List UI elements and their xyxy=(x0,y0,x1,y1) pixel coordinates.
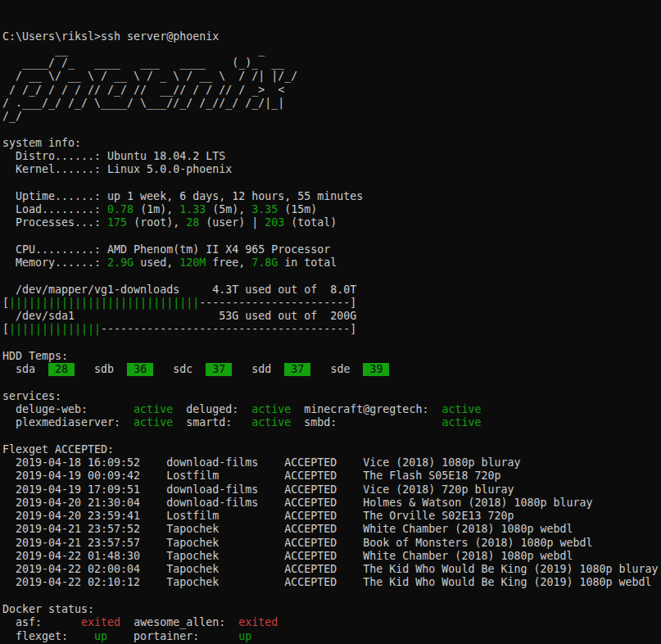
disk-bar-filled: ||||||||||||||||||||||||||||| xyxy=(9,297,199,310)
service-status: active xyxy=(134,403,173,416)
service-name: deluged: xyxy=(173,403,251,416)
ascii-banner-line-2: ____/ /_ ____ ___ ____ (_)_ __ xyxy=(2,57,661,70)
ascii-banner-line-1: __ _ xyxy=(2,43,661,57)
distro-line: Distro......: Ubuntu 18.04.2 LTS xyxy=(2,150,661,163)
system-info-heading: system info: xyxy=(2,137,661,150)
disk-usage-bar: [||||||||||||||-------------------------… xyxy=(2,323,661,336)
metric-value: 28 xyxy=(186,216,199,229)
ascii-banner-line-3: / __ \/ __ \ / __ \ / _ \ / __ \ / /| |/… xyxy=(2,70,661,83)
container-status: up xyxy=(238,630,251,643)
hdd-temps-heading: HDD Temps: xyxy=(2,350,661,363)
disk-mount-line: /dev/sda1 53G used out of 200G xyxy=(2,310,661,323)
hdd-drive-label: sdd xyxy=(251,363,284,376)
flexget-heading: Flexget ACCEPTED: xyxy=(2,443,661,456)
service-status: active xyxy=(251,416,291,429)
hdd-temp-badge: 28 xyxy=(48,363,75,376)
terminal-window[interactable]: C:\Users\riksl>ssh server@phoenix __ _ _… xyxy=(0,0,661,644)
metric-value: 2.9G xyxy=(107,256,134,270)
blank-line xyxy=(2,123,661,136)
container-status: exited xyxy=(238,616,278,629)
flexget-row: 2019-04-22 02:10:12 Tapochek ACCEPTED Th… xyxy=(2,576,661,589)
cpu-line: CPU.........: AMD Phenom(tm) II X4 965 P… xyxy=(2,243,661,256)
metric-value: 3.35 xyxy=(251,203,278,216)
container-name: awesome_allen: xyxy=(120,616,238,629)
hdd-temp-badge: 39 xyxy=(363,363,389,376)
service-status: active xyxy=(441,416,481,429)
container-status: exited xyxy=(81,616,120,629)
flexget-row: 2019-04-18 16:09:52 download-films ACCEP… xyxy=(2,456,661,469)
container-name: asf: xyxy=(2,616,81,629)
ascii-banner-line-6: /_/ xyxy=(2,110,661,123)
metric-value: 0.78 xyxy=(107,203,134,216)
service-name: plexmediaserver: xyxy=(2,416,134,429)
terminal-output: C:\Users\riksl>ssh server@phoenix __ _ _… xyxy=(2,30,661,644)
hdd-drive-label: sde xyxy=(330,363,363,376)
blank-line xyxy=(2,430,661,443)
disk-bar-filled: |||||||||||||| xyxy=(9,323,101,336)
hdd-temps-line: sda 28 sdb 36 sdc 37 sdd 37 sde 39 xyxy=(2,363,661,376)
flexget-row: 2019-04-19 17:09:51 download-films ACCEP… xyxy=(2,483,661,497)
blank-line xyxy=(2,270,661,283)
flexget-row: 2019-04-21 23:57:52 Tapochek ACCEPTED Wh… xyxy=(2,523,661,536)
command-line: C:\Users\riksl>ssh server@phoenix xyxy=(2,30,661,43)
metric-value: 203 xyxy=(265,216,284,229)
docker-heading: Docker status: xyxy=(2,603,661,616)
docker-row: asf: exited awesome_allen: exited xyxy=(2,616,661,629)
container-name: flexget: xyxy=(2,630,94,643)
kernel-line: Kernel......: Linux 5.0.0-phoenix xyxy=(2,163,661,176)
metric-value: 175 xyxy=(107,216,127,229)
docker-row: flexget: up portainer: up xyxy=(2,630,661,643)
ascii-banner-line-5: / .___/_/ /_/ \____/ \___//_/ /_//_/ /_/… xyxy=(2,97,661,110)
service-name: deluge-web: xyxy=(2,403,134,416)
hdd-drive-label: sdb xyxy=(94,363,127,376)
flexget-row: 2019-04-21 23:57:57 Tapochek ACCEPTED Bo… xyxy=(2,537,661,550)
hdd-temp-badge: 37 xyxy=(284,363,310,376)
memory-line: Memory......: 2.9G used, 120M free, 7.8G… xyxy=(2,256,661,270)
blank-line xyxy=(2,230,661,243)
blank-line xyxy=(2,376,661,389)
blank-line xyxy=(2,590,661,603)
hdd-temp-badge: 36 xyxy=(127,363,153,376)
metric-value: 1.33 xyxy=(179,203,206,216)
service-name: smartd: xyxy=(173,416,251,429)
flexget-row: 2019-04-20 21:30:04 download-films ACCEP… xyxy=(2,497,661,510)
processes-line: Processes...: 175 (root), 28 (user) | 20… xyxy=(2,216,661,229)
blank-line xyxy=(2,337,661,350)
flexget-row: 2019-04-20 23:59:41 Lostfilm ACCEPTED Th… xyxy=(2,510,661,523)
flexget-row: 2019-04-19 00:09:42 Lostfilm ACCEPTED Th… xyxy=(2,469,661,483)
metric-value: 7.8G xyxy=(251,256,278,270)
services-row: deluge-web: active deluged: active minec… xyxy=(2,403,661,416)
metric-value: 120M xyxy=(179,256,206,270)
services-heading: services: xyxy=(2,390,661,403)
service-name: minecraft@gregtech: xyxy=(291,403,441,416)
services-row: plexmediaserver: active smartd: active s… xyxy=(2,416,661,429)
disk-mount-line: /dev/mapper/vg1-downloads 4.3T used out … xyxy=(2,283,661,297)
container-name: portainer: xyxy=(107,630,238,643)
service-status: active xyxy=(251,403,291,416)
load-line: Load........: 0.78 (1m), 1.33 (5m), 3.35… xyxy=(2,203,661,216)
hdd-temp-badge: 37 xyxy=(206,363,232,376)
flexget-row: 2019-04-22 02:00:04 Tapochek ACCEPTED Th… xyxy=(2,563,661,576)
container-status: up xyxy=(94,630,107,643)
ascii-banner-line-4: / /_/ / / / // /_/ // __// / / // / _> < xyxy=(2,84,661,97)
service-status: active xyxy=(441,403,481,416)
hdd-drive-label: sda xyxy=(16,363,48,376)
hdd-drive-label: sdc xyxy=(173,363,206,376)
service-name: smbd: xyxy=(291,416,441,429)
service-status: active xyxy=(134,416,173,429)
disk-usage-bar: [|||||||||||||||||||||||||||||----------… xyxy=(2,297,661,310)
flexget-row: 2019-04-22 01:48:30 Tapochek ACCEPTED Wh… xyxy=(2,550,661,563)
uptime-line: Uptime......: up 1 week, 6 days, 12 hour… xyxy=(2,190,661,203)
blank-line xyxy=(2,176,661,189)
